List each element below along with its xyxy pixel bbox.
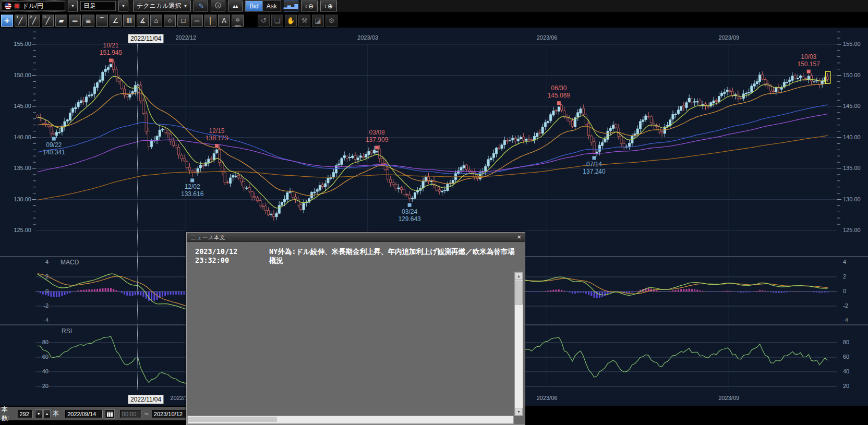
candles-layer [37, 59, 829, 221]
date-from-input[interactable]: 2022/09/14 [65, 410, 103, 418]
close-icon[interactable]: × [517, 233, 521, 241]
calendar-button[interactable] [105, 409, 115, 419]
scroll-up-icon[interactable]: ▲ [515, 272, 523, 280]
count-increment-button[interactable]: ▲ [43, 409, 51, 418]
count-decrement-button[interactable]: ▼ [35, 409, 43, 418]
calendar-icon [106, 411, 113, 417]
chart-application-window: ドル/円 ▼ 日足 ▼ テクニカル選択 ▼ ✎ ⓘ ▲▲ Bid Ask ▂▅▃… [0, 0, 868, 425]
news-timestamp: 2023/10/12 23:32:00 [195, 247, 269, 265]
date-to-input[interactable]: 2023/10/12 [152, 410, 188, 418]
scroll-down-icon[interactable]: ▼ [515, 408, 523, 416]
annotation-marker [408, 203, 412, 207]
vertical-scrollbar[interactable]: ▲ ▼ [514, 272, 523, 416]
crosshair-line [137, 44, 138, 390]
news-dialog-titlebar[interactable]: ニュース本文 [187, 233, 525, 242]
news-dialog-title: ニュース本文 [190, 234, 225, 240]
crosshair-date-tooltip-top: 2022/11/04 [128, 34, 164, 43]
horizontal-scrollbar-thumb[interactable] [188, 417, 277, 422]
moving-averages-layer [38, 76, 828, 208]
scrollbar-thumb[interactable] [515, 281, 523, 305]
annotation-marker [215, 144, 219, 148]
annotation-marker [593, 156, 596, 160]
annotation-marker [807, 70, 811, 74]
annotation-marker [52, 137, 56, 140]
annotation-marker [557, 101, 561, 105]
news-dialog: ニュース本文 × 2023/10/12 23:32:00 NY外為:ドル続伸、米… [186, 232, 525, 425]
bar-unit-label: 本 [53, 409, 59, 418]
horizontal-scrollbar[interactable] [187, 416, 514, 424]
range-tilde-label: ～ [143, 409, 150, 418]
news-headline: NY外為:ドル続伸、米長期金利上昇、年内追加利上げ観測再燃／欧米為替市場概況 [269, 247, 522, 265]
annotation-marker [109, 58, 113, 62]
news-header: 2023/10/12 23:32:00 NY外為:ドル続伸、米長期金利上昇、年内… [195, 247, 522, 265]
annotation-marker [375, 145, 379, 149]
bar-count-input[interactable]: 292 [18, 410, 33, 418]
time-input: 00:00 [120, 410, 141, 418]
crosshair-date-tooltip-bottom: 2022/11/04 [128, 395, 164, 404]
chart-settings-bar: 本数: 292 ▼ ▲ 本 2022/09/14 00:00 ～ 2023/10… [0, 407, 190, 420]
bar-count-label: 本数: [2, 405, 16, 423]
annotation-marker [190, 178, 194, 182]
